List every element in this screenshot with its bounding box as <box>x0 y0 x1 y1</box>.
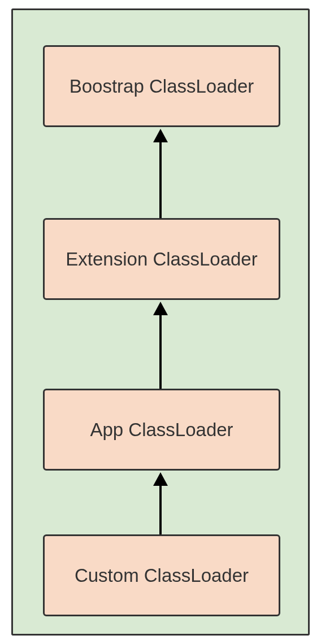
box-extension-classloader: Extension ClassLoader <box>43 218 280 300</box>
box-bootstrap-classloader: Boostrap ClassLoader <box>43 45 280 127</box>
box-label: Custom ClassLoader <box>75 565 249 586</box>
arrow-head-icon <box>153 302 168 315</box>
box-label: Boostrap ClassLoader <box>70 76 254 97</box>
arrow-line <box>159 142 162 219</box>
box-app-classloader: App ClassLoader <box>43 389 280 471</box>
box-label: Extension ClassLoader <box>66 249 257 270</box>
box-label: App ClassLoader <box>90 419 233 441</box>
arrow-extension-to-bootstrap <box>153 129 168 219</box>
box-custom-classloader: Custom ClassLoader <box>43 534 280 616</box>
arrow-custom-to-app <box>153 472 168 534</box>
arrow-head-icon <box>153 129 168 142</box>
arrow-line <box>159 486 162 534</box>
arrow-head-icon <box>153 472 168 486</box>
diagram-container: Boostrap ClassLoader Extension ClassLoad… <box>11 8 310 636</box>
arrow-app-to-extension <box>153 302 168 389</box>
arrow-line <box>159 315 162 389</box>
